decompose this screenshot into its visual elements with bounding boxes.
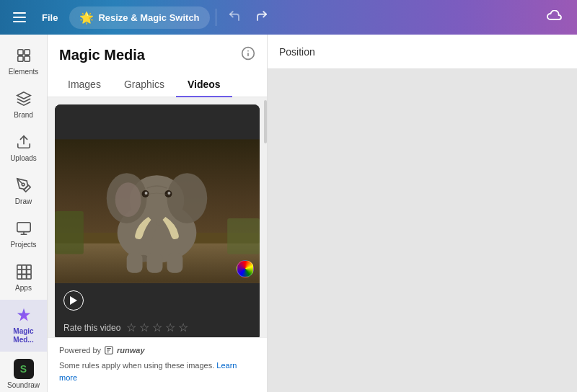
sidebar-item-brand[interactable]: Brand bbox=[0, 84, 47, 127]
sidebar: Elements Brand Uploads bbox=[0, 35, 48, 392]
svg-rect-40 bbox=[55, 211, 84, 254]
panel-content: Rate this video ☆ ☆ ☆ ☆ ☆ bbox=[48, 97, 267, 337]
uploads-label: Uploads bbox=[10, 154, 37, 163]
sidebar-item-draw[interactable]: Draw bbox=[0, 170, 47, 213]
magic-media-icon bbox=[16, 307, 32, 325]
svg-rect-1 bbox=[13, 17, 26, 18]
svg-point-30 bbox=[167, 173, 207, 223]
video-thumbnail bbox=[55, 139, 260, 283]
svg-rect-41 bbox=[227, 218, 260, 254]
tab-graphics[interactable]: Graphics bbox=[113, 73, 176, 97]
topbar-center: 🌟 Resize & Magic Switch bbox=[69, 6, 273, 29]
project-title: Resize & Magic Switch bbox=[98, 12, 199, 23]
elements-label: Elements bbox=[9, 68, 39, 76]
position-label: Position bbox=[279, 46, 315, 58]
redo-button[interactable] bbox=[250, 6, 274, 28]
svg-rect-39 bbox=[167, 253, 182, 273]
topbar-right bbox=[541, 7, 568, 28]
uploads-icon bbox=[16, 134, 32, 152]
soundraw-letter: S bbox=[20, 364, 27, 374]
brand-label: Brand bbox=[14, 111, 33, 120]
star-2[interactable]: ☆ bbox=[139, 321, 149, 334]
canvas-content[interactable] bbox=[268, 69, 577, 392]
svg-marker-42 bbox=[70, 296, 77, 305]
sidebar-item-magic-media[interactable]: Magic Med... bbox=[0, 300, 47, 352]
svg-rect-17 bbox=[26, 270, 30, 274]
svg-rect-16 bbox=[22, 270, 26, 274]
draw-icon bbox=[16, 177, 32, 195]
panel-collapse-button[interactable] bbox=[267, 199, 268, 228]
svg-rect-2 bbox=[13, 21, 26, 22]
rate-section: Rate this video ☆ ☆ ☆ ☆ ☆ bbox=[55, 318, 260, 337]
info-button[interactable] bbox=[241, 46, 255, 64]
svg-point-36 bbox=[167, 192, 170, 195]
color-picker-icon bbox=[237, 260, 254, 277]
project-icon: 🌟 bbox=[79, 11, 94, 24]
resize-magic-switch-button[interactable]: 🌟 Resize & Magic Switch bbox=[69, 6, 209, 29]
svg-rect-14 bbox=[26, 265, 30, 270]
sidebar-item-projects[interactable]: Projects bbox=[0, 213, 47, 257]
scroll-thumb bbox=[264, 100, 267, 143]
tab-images[interactable]: Images bbox=[56, 73, 113, 97]
star-3[interactable]: ☆ bbox=[152, 321, 162, 334]
runway-logo-icon bbox=[104, 345, 114, 355]
sidebar-item-soundraw[interactable]: S Soundraw bbox=[0, 352, 47, 392]
svg-point-31 bbox=[115, 182, 141, 217]
svg-rect-4 bbox=[24, 50, 29, 55]
projects-label: Projects bbox=[10, 241, 36, 249]
svg-rect-20 bbox=[26, 275, 30, 279]
apps-icon bbox=[16, 264, 32, 282]
elements-icon bbox=[16, 48, 32, 66]
svg-rect-15 bbox=[17, 270, 21, 274]
svg-rect-13 bbox=[22, 265, 26, 270]
rate-label: Rate this video bbox=[63, 323, 120, 333]
svg-rect-19 bbox=[22, 275, 26, 279]
svg-rect-0 bbox=[13, 12, 26, 14]
svg-rect-6 bbox=[24, 56, 29, 61]
panel-header: Magic Media bbox=[48, 35, 267, 73]
video-controls bbox=[55, 283, 260, 318]
star-rating: ☆ ☆ ☆ ☆ ☆ bbox=[126, 321, 188, 334]
undo-button[interactable] bbox=[222, 6, 247, 29]
apps-label: Apps bbox=[15, 284, 32, 293]
magic-media-label: Magic Med... bbox=[3, 327, 44, 344]
tab-videos[interactable]: Videos bbox=[176, 73, 232, 97]
panel-tabs: Images Graphics Videos bbox=[48, 73, 267, 97]
sidebar-item-uploads[interactable]: Uploads bbox=[0, 127, 47, 170]
runway-label: runway bbox=[117, 346, 145, 355]
svg-rect-38 bbox=[147, 253, 163, 273]
svg-rect-12 bbox=[17, 265, 21, 270]
file-label: File bbox=[42, 12, 58, 23]
panel-title: Magic Media bbox=[59, 47, 145, 63]
soundraw-icon: S bbox=[14, 359, 34, 379]
video-top-area bbox=[55, 104, 260, 139]
topbar-divider bbox=[216, 9, 216, 26]
sidebar-item-elements[interactable]: Elements bbox=[0, 40, 47, 84]
svg-rect-3 bbox=[17, 50, 22, 55]
menu-button[interactable] bbox=[9, 9, 30, 25]
star-1[interactable]: ☆ bbox=[126, 321, 136, 334]
projects-icon bbox=[16, 220, 32, 239]
file-button[interactable]: File bbox=[36, 9, 63, 26]
video-card: Rate this video ☆ ☆ ☆ ☆ ☆ bbox=[55, 104, 260, 337]
cloud-button[interactable] bbox=[541, 7, 568, 28]
main-layout: Elements Brand Uploads bbox=[0, 35, 577, 392]
powered-text: Powered by bbox=[59, 346, 101, 355]
panel-footer: Powered by runway Some rules apply when … bbox=[48, 337, 267, 392]
brand-icon bbox=[16, 91, 32, 109]
canvas-area: Position bbox=[268, 35, 577, 392]
draw-label: Draw bbox=[15, 197, 32, 206]
panel: Magic Media Images Graphics Videos bbox=[48, 35, 268, 392]
star-4[interactable]: ☆ bbox=[165, 321, 175, 334]
svg-rect-5 bbox=[17, 56, 22, 61]
star-5[interactable]: ☆ bbox=[178, 321, 188, 334]
svg-point-8 bbox=[22, 183, 25, 186]
topbar: File 🌟 Resize & Magic Switch bbox=[0, 0, 577, 35]
svg-rect-18 bbox=[17, 275, 21, 279]
sidebar-item-apps[interactable]: Apps bbox=[0, 257, 47, 300]
play-button[interactable] bbox=[63, 290, 84, 311]
canvas-toolbar: Position bbox=[268, 35, 577, 69]
svg-rect-9 bbox=[17, 223, 30, 232]
topbar-left: File bbox=[9, 9, 63, 26]
soundraw-label: Soundraw bbox=[7, 381, 40, 390]
